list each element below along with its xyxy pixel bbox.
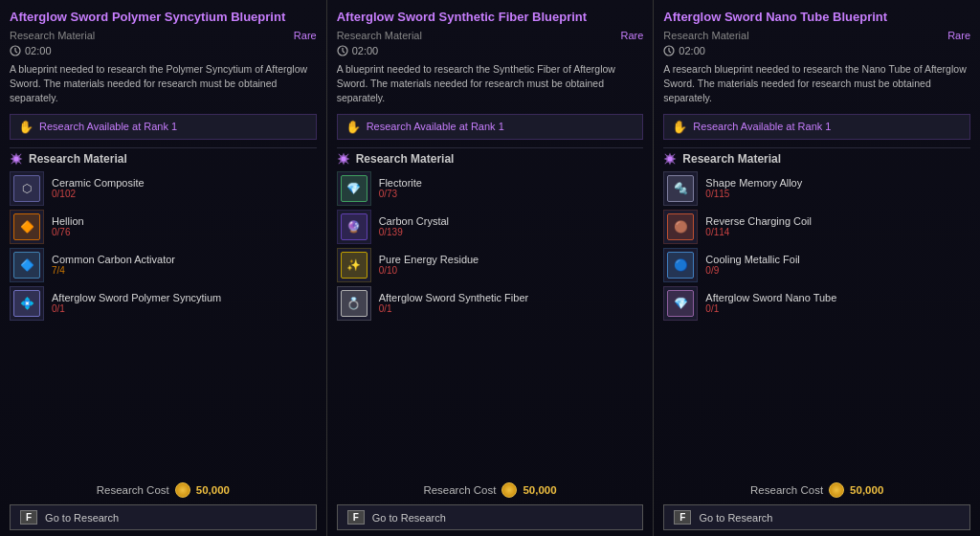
item-type: Research Material — [10, 30, 95, 41]
item-title: Afterglow Sword Polymer Syncytium Bluepr… — [10, 10, 317, 26]
material-item: 💠 Afterglow Sword Polymer Syncytium 0/1 — [10, 286, 317, 321]
material-info: Pure Energy Residue 0/10 — [379, 254, 479, 276]
cost-label: Research Cost — [750, 484, 823, 496]
panel-footer: Research Cost 50,000 F Go to Research — [0, 474, 326, 536]
material-name: Common Carbon Activator — [52, 254, 175, 265]
material-icon: 💎 — [337, 171, 371, 206]
panel-3: Afterglow Sword Nano Tube Blueprint Rese… — [654, 0, 980, 536]
material-info: Afterglow Sword Polymer Syncytium 0/1 — [52, 292, 221, 314]
item-time: 02:00 — [663, 45, 970, 56]
key-badge: F — [20, 510, 37, 525]
material-name: Pure Energy Residue — [379, 254, 479, 265]
section-header: Research Material — [663, 152, 970, 166]
item-rarity: Rare — [621, 30, 644, 41]
hand-icon: ✋ — [345, 120, 361, 134]
item-rarity: Rare — [294, 30, 317, 41]
material-info: Hellion 0/76 — [52, 215, 84, 237]
divider — [10, 147, 317, 148]
cost-amount: 50,000 — [850, 484, 883, 496]
item-title: Afterglow Sword Synthetic Fiber Blueprin… — [337, 10, 644, 26]
go-to-research-button[interactable]: F Go to Research — [10, 504, 317, 530]
rank-bar: ✋ Research Available at Rank 1 — [663, 114, 970, 140]
material-name: Carbon Crystal — [379, 215, 449, 227]
material-icon: 🔵 — [663, 248, 698, 282]
cost-amount: 50,000 — [196, 484, 230, 496]
gear-icon — [337, 152, 350, 166]
material-name: Afterglow Sword Nano Tube — [705, 292, 836, 303]
material-icon: ⬡ — [10, 171, 44, 206]
panel-1: Afterglow Sword Polymer Syncytium Bluepr… — [0, 0, 327, 536]
cost-row: Research Cost 50,000 — [337, 480, 644, 501]
item-description: A blueprint needed to research the Polym… — [10, 62, 317, 106]
cost-amount: 50,000 — [523, 484, 556, 496]
material-count: 0/1 — [705, 303, 836, 314]
item-rarity: Rare — [947, 30, 970, 41]
material-count: 0/115 — [705, 189, 802, 199]
clock-icon — [663, 45, 675, 56]
material-item: 💍 Afterglow Sword Synthetic Fiber 0/1 — [337, 286, 644, 321]
material-item: 💎 Afterglow Sword Nano Tube 0/1 — [663, 286, 970, 321]
key-badge: F — [674, 510, 691, 525]
material-item: ✨ Pure Energy Residue 0/10 — [337, 248, 644, 282]
svg-line-10 — [669, 51, 671, 53]
cost-row: Research Cost 50,000 — [10, 480, 317, 501]
panel-content: Afterglow Sword Polymer Syncytium Bluepr… — [0, 0, 326, 474]
rank-bar: ✋ Research Available at Rank 1 — [337, 114, 644, 140]
cost-label: Research Cost — [423, 484, 496, 496]
section-label: Research Material — [682, 152, 781, 166]
material-info: Common Carbon Activator 7/4 — [52, 254, 175, 276]
section-header: Research Material — [10, 152, 317, 166]
go-to-research-button[interactable]: F Go to Research — [663, 504, 970, 530]
material-count: 0/9 — [705, 265, 799, 276]
section-label: Research Material — [356, 152, 455, 166]
hand-icon: ✋ — [18, 120, 33, 134]
item-type: Research Material — [337, 30, 422, 41]
hand-icon: ✋ — [672, 120, 687, 134]
material-info: Afterglow Sword Nano Tube 0/1 — [705, 292, 836, 314]
rank-label: Research Available at Rank 1 — [39, 121, 177, 132]
material-count: 0/73 — [379, 189, 422, 199]
material-icon: 🟤 — [663, 210, 698, 244]
material-name: Afterglow Sword Synthetic Fiber — [379, 292, 529, 303]
material-icon: ✨ — [337, 248, 371, 282]
cost-label: Research Cost — [97, 484, 169, 496]
coin-icon — [501, 482, 517, 498]
item-meta: Research Material Rare — [663, 30, 970, 41]
item-time: 02:00 — [337, 45, 644, 56]
material-icon: 💍 — [337, 286, 371, 321]
material-list: 🔩 Shape Memory Alloy 0/115 🟤 — [663, 171, 970, 321]
material-info: Reverse Charging Coil 0/114 — [705, 215, 812, 237]
material-item: 🔵 Cooling Metallic Foil 0/9 — [663, 248, 970, 282]
material-item: 🔩 Shape Memory Alloy 0/115 — [663, 171, 970, 206]
panel-2: Afterglow Sword Synthetic Fiber Blueprin… — [327, 0, 655, 536]
material-count: 0/1 — [52, 303, 221, 314]
rank-bar: ✋ Research Available at Rank 1 — [10, 114, 317, 140]
gear-icon — [663, 152, 677, 166]
svg-line-6 — [343, 51, 345, 53]
item-meta: Research Material Rare — [337, 30, 644, 41]
material-icon: 🔷 — [10, 248, 44, 282]
material-item: 💎 Flectorite 0/73 — [337, 171, 644, 206]
material-name: Flectorite — [379, 177, 422, 189]
panel-footer: Research Cost 50,000 F Go to Research — [327, 474, 654, 536]
item-title: Afterglow Sword Nano Tube Blueprint — [663, 10, 970, 26]
item-meta: Research Material Rare — [10, 30, 317, 41]
material-count: 0/102 — [52, 189, 145, 199]
clock-icon — [337, 45, 348, 56]
rank-label: Research Available at Rank 1 — [693, 121, 831, 132]
item-description: A blueprint needed to research the Synth… — [337, 62, 644, 106]
go-to-research-button[interactable]: F Go to Research — [337, 504, 644, 530]
material-info: Ceramic Composite 0/102 — [52, 177, 145, 199]
material-icon: 🔩 — [663, 171, 698, 206]
item-type: Research Material — [663, 30, 748, 41]
divider — [337, 147, 644, 148]
coin-icon — [829, 482, 844, 498]
btn-label: Go to Research — [45, 512, 119, 524]
material-count: 0/76 — [52, 227, 84, 237]
material-name: Hellion — [52, 215, 84, 227]
material-list: ⬡ Ceramic Composite 0/102 🔶 — [10, 171, 317, 321]
material-item: ⬡ Ceramic Composite 0/102 — [10, 171, 317, 206]
material-name: Shape Memory Alloy — [705, 177, 802, 189]
material-icon: 🔶 — [10, 210, 44, 244]
material-icon: 🔮 — [337, 210, 371, 244]
